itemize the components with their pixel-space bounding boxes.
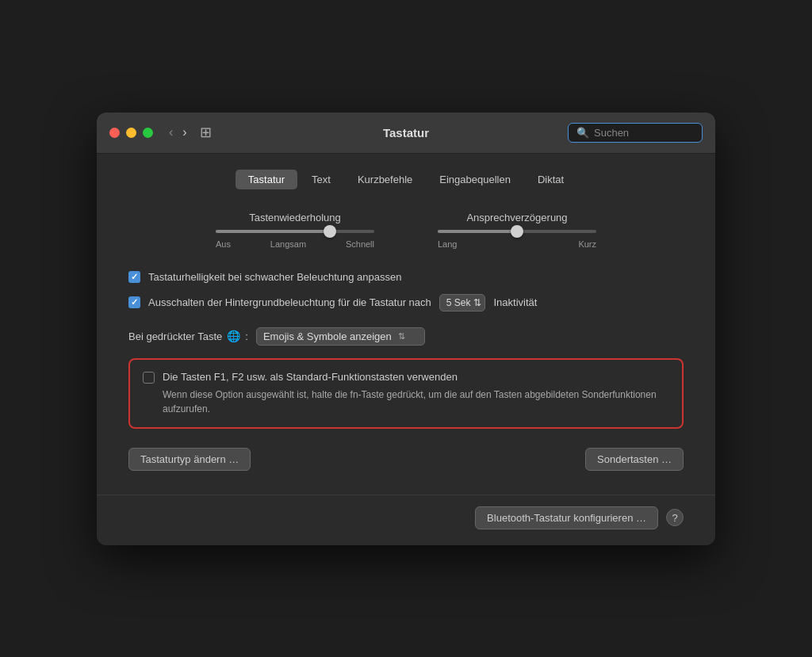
globe-icon: 🌐 — [227, 330, 240, 342]
backlight-label-before: Ausschalten der Hintergrundbeleuchtung f… — [148, 296, 431, 308]
bluetooth-config-button[interactable]: Bluetooth-Tastatur konfigurieren … — [475, 506, 658, 529]
fn-description: Wenn diese Option ausgewählt ist, halte … — [163, 388, 669, 416]
repeat-label: Tastenwiederholung — [249, 212, 341, 223]
delay-tick-right: Kurz — [578, 239, 596, 249]
search-placeholder: Suchen — [594, 127, 629, 139]
delay-slider-thumb[interactable] — [511, 225, 523, 238]
titlebar: ‹ › ⊞ Tastatur 🔍 Suchen — [97, 113, 715, 154]
search-box[interactable]: 🔍 Suchen — [568, 123, 703, 143]
tab-kurzbefehle[interactable]: Kurzbefehle — [345, 170, 425, 189]
content-area: Tastatur Text Kurzbefehle Eingabequellen… — [97, 154, 715, 495]
main-window: ‹ › ⊞ Tastatur 🔍 Suchen Tastatur Text Ku… — [97, 113, 715, 545]
delay-label: Ansprechverzögerung — [466, 212, 567, 223]
brightness-checkmark: ✓ — [131, 272, 138, 282]
press-key-dropdown[interactable]: Emojis & Symbole anzeigen ⇅ — [256, 327, 425, 346]
traffic-lights — [109, 128, 153, 138]
search-icon: 🔍 — [576, 127, 589, 139]
minimize-button[interactable] — [126, 128, 136, 138]
help-button[interactable]: ? — [666, 509, 684, 526]
delay-slider-fill — [438, 230, 517, 233]
tab-eingabequellen[interactable]: Eingabequellen — [427, 170, 523, 189]
repeat-slider-thumb[interactable] — [324, 225, 336, 238]
nav-arrows: ‹ › — [166, 124, 190, 141]
press-key-text: Bei gedrückter Taste — [128, 330, 222, 342]
time-value: 5 Sek — [446, 297, 471, 308]
options-section: ✓ Tastaturhelligkeit bei schwacher Beleu… — [128, 271, 684, 311]
repeat-slider-group: Tastenwiederholung Aus Langsam Schnell — [216, 212, 374, 249]
delay-slider-track[interactable] — [438, 230, 596, 233]
delay-ticks: Lang Kurz — [438, 239, 596, 249]
repeat-tick-mid: Langsam — [270, 239, 306, 249]
brightness-option-row: ✓ Tastaturhelligkeit bei schwacher Beleu… — [128, 271, 684, 283]
grid-icon[interactable]: ⊞ — [200, 124, 212, 141]
press-key-label: Bei gedrückter Taste 🌐: — [128, 330, 248, 342]
backlight-checkbox[interactable]: ✓ — [128, 296, 140, 308]
maximize-button[interactable] — [143, 128, 153, 138]
repeat-slider-track[interactable] — [216, 230, 374, 233]
fn-checkbox[interactable] — [143, 372, 155, 384]
time-select[interactable]: 5 Sek ⇅ — [439, 294, 486, 311]
tab-text[interactable]: Text — [299, 170, 343, 189]
forward-arrow[interactable]: › — [179, 124, 190, 141]
change-type-button[interactable]: Tastaturtyp ändern … — [128, 448, 251, 471]
footer: Bluetooth-Tastatur konfigurieren … ? — [97, 495, 715, 545]
delay-slider-group: Ansprechverzögerung Lang Kurz — [438, 212, 596, 249]
press-key-value: Emojis & Symbole anzeigen — [263, 330, 392, 342]
backlight-checkmark: ✓ — [131, 297, 138, 307]
back-arrow[interactable]: ‹ — [166, 124, 176, 141]
tabs-bar: Tastatur Text Kurzbefehle Eingabequellen… — [128, 170, 684, 189]
brightness-checkbox[interactable]: ✓ — [128, 271, 140, 283]
press-key-arrow: ⇅ — [398, 331, 405, 342]
help-icon: ? — [672, 512, 677, 524]
repeat-ticks: Aus Langsam Schnell — [216, 239, 374, 249]
backlight-option-row: ✓ Ausschalten der Hintergrundbeleuchtung… — [128, 294, 684, 311]
special-keys-button[interactable]: Sondertasten … — [585, 448, 684, 471]
close-button[interactable] — [109, 128, 120, 138]
fn-box: Die Tasten F1, F2 usw. als Standard-Funk… — [128, 358, 684, 429]
fn-row: Die Tasten F1, F2 usw. als Standard-Funk… — [143, 371, 669, 416]
delay-tick-left: Lang — [438, 239, 457, 249]
brightness-label: Tastaturhelligkeit bei schwacher Beleuch… — [148, 271, 401, 283]
repeat-tick-left: Aus — [216, 239, 231, 249]
repeat-slider-fill — [216, 230, 330, 233]
fn-title: Die Tasten F1, F2 usw. als Standard-Funk… — [163, 371, 669, 383]
tab-tastatur[interactable]: Tastatur — [236, 170, 297, 189]
tab-diktat[interactable]: Diktat — [525, 170, 576, 189]
repeat-tick-right: Schnell — [346, 239, 374, 249]
bottom-buttons: Tastaturtyp ändern … Sondertasten … — [128, 448, 684, 471]
press-key-row: Bei gedrückter Taste 🌐: Emojis & Symbole… — [128, 327, 684, 346]
fn-text-group: Die Tasten F1, F2 usw. als Standard-Funk… — [163, 371, 669, 416]
time-select-arrow: ⇅ — [473, 297, 481, 308]
sliders-section: Tastenwiederholung Aus Langsam Schnell A… — [128, 212, 684, 249]
backlight-label-after: Inaktivität — [493, 296, 537, 308]
window-title: Tastatur — [383, 126, 429, 139]
